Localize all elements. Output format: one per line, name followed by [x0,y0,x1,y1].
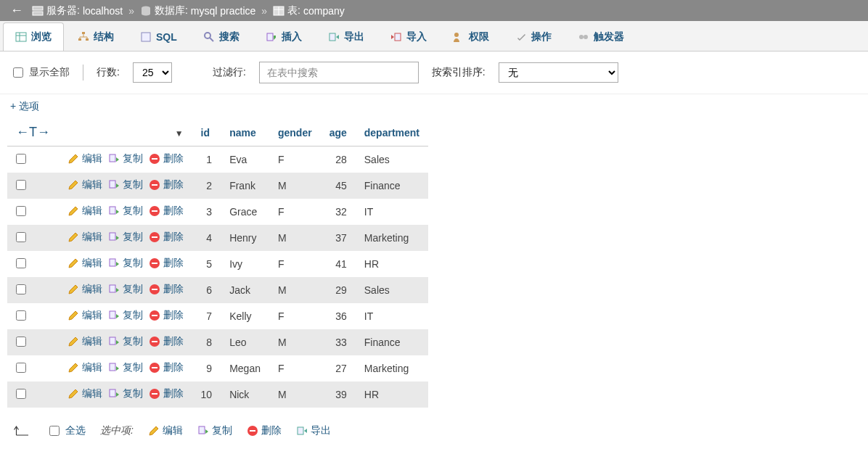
row-edit[interactable]: 编辑 [67,335,102,348]
breadcrumb-db[interactable]: 数据库: mysql practice [140,4,255,17]
col-gender[interactable]: gender [269,119,321,147]
tab-export[interactable]: 导出 [316,22,377,51]
table-row: 编辑 复制 删除4HenryM37Marketing [7,225,428,251]
row-delete[interactable]: 删除 [149,152,184,165]
row-edit[interactable]: 编辑 [67,231,102,244]
row-copy[interactable]: 复制 [108,361,143,374]
sort-select[interactable]: 无 [499,62,618,83]
row-copy[interactable]: 复制 [108,205,143,218]
svg-rect-33 [110,259,115,266]
row-delete[interactable]: 删除 [149,335,184,348]
col-department[interactable]: department [356,119,428,147]
tab-browse[interactable]: 浏览 [3,22,64,51]
delete-icon [149,362,160,374]
copy-icon [108,310,120,321]
row-edit[interactable]: 编辑 [67,152,102,165]
breadcrumb-sep: » [261,5,267,17]
footer-copy[interactable]: 复制 [197,424,232,437]
footer-edit[interactable]: 编辑 [148,424,183,437]
breadcrumb-server[interactable]: 服务器: localhost [32,4,123,17]
row-checkbox[interactable] [16,363,26,373]
pencil-icon [67,362,79,374]
tab-search[interactable]: 搜索 [191,22,252,51]
cell-age: 41 [321,251,356,277]
col-name[interactable]: name [221,119,269,147]
row-delete[interactable]: 删除 [149,309,184,322]
svg-rect-16 [329,33,335,41]
row-delete[interactable]: 删除 [149,231,184,244]
show-all-check[interactable]: 显示全部 [13,66,70,79]
row-copy[interactable]: 复制 [108,335,143,348]
row-checkbox[interactable] [16,310,26,321]
tab-structure[interactable]: 结构 [65,22,126,51]
rows-select[interactable]: 25 [133,62,172,83]
row-checkbox[interactable] [16,258,26,268]
check-all-checkbox[interactable] [49,426,60,436]
row-copy[interactable]: 复制 [108,178,143,191]
row-edit[interactable]: 编辑 [67,178,102,191]
cell-id: 10 [192,381,221,408]
breadcrumb-table[interactable]: 表: company [273,4,345,17]
row-checkbox[interactable] [16,180,26,190]
filter-input[interactable] [259,62,419,83]
pencil-icon [67,205,79,217]
col-arrows[interactable]: ←T→ [7,119,59,147]
pencil-icon [67,179,79,191]
row-edit[interactable]: 编辑 [67,257,102,270]
cell-name: Leo [221,329,269,355]
svg-rect-53 [250,430,255,432]
row-edit[interactable]: 编辑 [67,205,102,218]
cell-department: IT [356,303,428,329]
pencil-icon [67,388,79,400]
row-copy[interactable]: 复制 [108,257,143,270]
table-row: 编辑 复制 删除9MeganF27Marketing [7,355,428,381]
col-id[interactable]: id [192,119,221,147]
row-checkbox[interactable] [16,154,26,164]
toolbar: 显示全部 行数: 25 过滤行: 按索引排序: 无 [0,51,868,94]
row-checkbox[interactable] [16,284,26,294]
row-delete[interactable]: 删除 [149,361,184,374]
footer-delete[interactable]: 删除 [247,424,282,437]
row-checkbox[interactable] [16,232,26,242]
row-copy[interactable]: 复制 [108,152,143,165]
tab-operations[interactable]: 操作 [503,22,564,51]
row-copy[interactable]: 复制 [108,231,143,244]
row-edit[interactable]: 编辑 [67,387,102,400]
check-all[interactable]: 全选 [49,424,86,437]
col-age[interactable]: age [321,119,356,147]
row-checkbox[interactable] [16,389,26,399]
row-copy[interactable]: 复制 [108,309,143,322]
row-delete[interactable]: 删除 [149,283,184,296]
copy-icon [108,231,120,243]
db-value: mysql practice [191,5,255,17]
back-arrow[interactable]: ← [6,3,28,18]
tab-privileges[interactable]: 权限 [441,22,501,51]
footer-export[interactable]: 导出 [296,424,331,437]
svg-rect-12 [142,33,150,41]
row-edit[interactable]: 编辑 [67,361,102,374]
cell-department: Finance [356,173,428,199]
row-checkbox[interactable] [16,206,26,216]
row-delete[interactable]: 删除 [149,257,184,270]
cell-age: 27 [321,355,356,381]
row-checkbox[interactable] [16,337,26,347]
table-value: company [303,5,345,17]
row-edit[interactable]: 编辑 [67,309,102,322]
row-copy[interactable]: 复制 [108,283,143,296]
options-toggle[interactable]: + 选项 [0,94,49,119]
tab-triggers[interactable]: 触发器 [565,22,636,51]
tab-import[interactable]: 导入 [378,22,439,51]
svg-line-14 [210,38,213,41]
row-delete[interactable]: 删除 [149,387,184,400]
tab-insert[interactable]: 插入 [253,22,314,51]
row-copy[interactable]: 复制 [108,387,143,400]
svg-rect-21 [110,154,115,162]
row-edit[interactable]: 编辑 [67,283,102,296]
cell-name: Frank [221,173,269,199]
row-delete[interactable]: 删除 [149,178,184,191]
delete-icon [149,179,160,191]
row-delete[interactable]: 删除 [149,205,184,218]
tab-sql[interactable]: SQL [128,22,189,51]
show-all-checkbox[interactable] [13,67,23,78]
cell-department: IT [356,199,428,225]
